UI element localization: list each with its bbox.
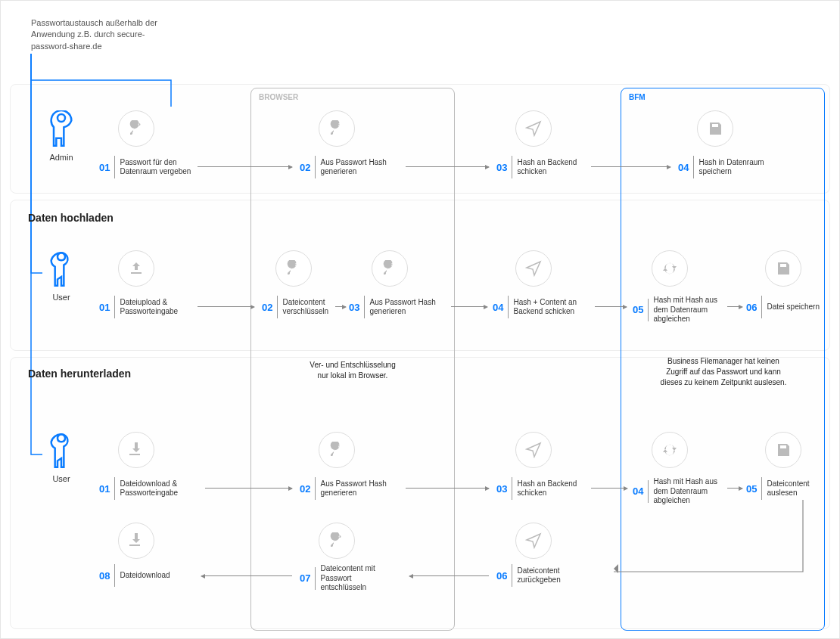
- step-r2-01: 01 Dateiupload & Passworteingabe: [99, 296, 195, 318]
- actor-user2-label: User: [39, 474, 84, 483]
- save-icon: [697, 110, 733, 147]
- actor-admin: Admin: [39, 110, 84, 162]
- actor-admin-label: Admin: [39, 153, 84, 162]
- actor-user-download: User: [39, 432, 84, 483]
- send-icon: [515, 523, 552, 559]
- diagram-canvas: BROWSER BFM Passwortaustausch außerhalb …: [0, 0, 840, 639]
- sync-icon: [652, 250, 688, 287]
- key-icon: [118, 110, 154, 147]
- step-r3-05: 05 Dateicontent auslesen: [746, 477, 839, 500]
- step-r3-04: 04 Hash mit Hash aus dem Datenraum abgle…: [633, 477, 729, 506]
- title-download: Daten herunterladen: [28, 368, 131, 380]
- arrow-r2-e: [727, 306, 742, 307]
- download-icon: [118, 523, 154, 559]
- step-r3-06: 06 Dateicontent zurückgeben: [496, 564, 593, 587]
- panel-browser-label: BROWSER: [259, 93, 298, 101]
- note-bfm: Business Filemanager hat keinen Zugriff …: [640, 356, 807, 388]
- step-r1-02: 02 Aus Passwort Hash generieren: [300, 156, 396, 178]
- step-r2-06: 06 Datei speichern: [746, 296, 820, 318]
- step-r2-05: 05 Hash mit Hash aus dem Datenraum abgle…: [633, 296, 729, 324]
- hash-icon: [319, 110, 355, 147]
- step-r1-01: 01 Passwort für den Datenraum vergeben: [99, 156, 195, 178]
- arrow-r3-b: [406, 488, 489, 489]
- note-browser: Ver- und Entschlüsselung nur lokal im Br…: [296, 360, 409, 381]
- step-r2-02: 02 Dateicontent verschlüsseln: [262, 296, 335, 318]
- save-icon: [765, 250, 801, 287]
- send-icon: [515, 250, 552, 287]
- step-r2-04: 04 Hash + Content an Backend schicken: [493, 296, 589, 318]
- upload-icon: [118, 250, 154, 287]
- step-r3-03: 03 Hash an Backend schicken: [496, 477, 593, 500]
- step-r2-03: 03 Aus Passwort Hash generieren: [349, 296, 445, 318]
- intro-text: Passwortaustausch außerhalb der Anwendun…: [31, 17, 167, 52]
- key-icon: [319, 523, 355, 559]
- save-icon: [765, 432, 801, 468]
- send-icon: [515, 110, 552, 147]
- arrow-r2-b: [335, 306, 346, 307]
- arrow-r3-d: [727, 488, 742, 489]
- sync-icon: [652, 432, 688, 468]
- arrow-r2-a: [198, 306, 254, 307]
- arrow-r2-c: [451, 306, 487, 307]
- send-icon: [515, 432, 552, 468]
- arrow-r3-ret-b: [201, 575, 292, 576]
- actor-user-upload: User: [39, 250, 84, 302]
- hash-icon: [372, 250, 408, 287]
- hash-icon: [319, 432, 355, 468]
- hash-icon: [275, 250, 312, 287]
- step-r3-01: 01 Dateidownload & Passworteingabe: [99, 477, 195, 500]
- actor-user1-label: User: [39, 293, 84, 302]
- step-r3-02: 02 Aus Passwort Hash generieren: [300, 477, 396, 500]
- arrow-r3-a: [205, 488, 292, 489]
- step-r3-08: 08 Dateidownload: [99, 564, 170, 587]
- download-icon: [118, 432, 154, 468]
- step-r1-03: 03 Hash an Backend schicken: [496, 156, 593, 178]
- arrow-r1-a: [198, 166, 292, 167]
- title-upload: Daten hochladen: [28, 212, 114, 224]
- panel-bfm-label: BFM: [629, 93, 646, 101]
- arrow-r3-c: [591, 488, 627, 489]
- arrow-r1-c: [591, 166, 670, 167]
- arrow-r1-b: [406, 166, 489, 167]
- step-r1-04: 04 Hash in Datenraum speichern: [678, 156, 774, 178]
- step-r3-07: 07 Dateicontent mit Passwort entschlüsse…: [300, 564, 396, 593]
- arrow-r2-d: [595, 306, 627, 307]
- arrow-r3-ret-a: [409, 575, 489, 576]
